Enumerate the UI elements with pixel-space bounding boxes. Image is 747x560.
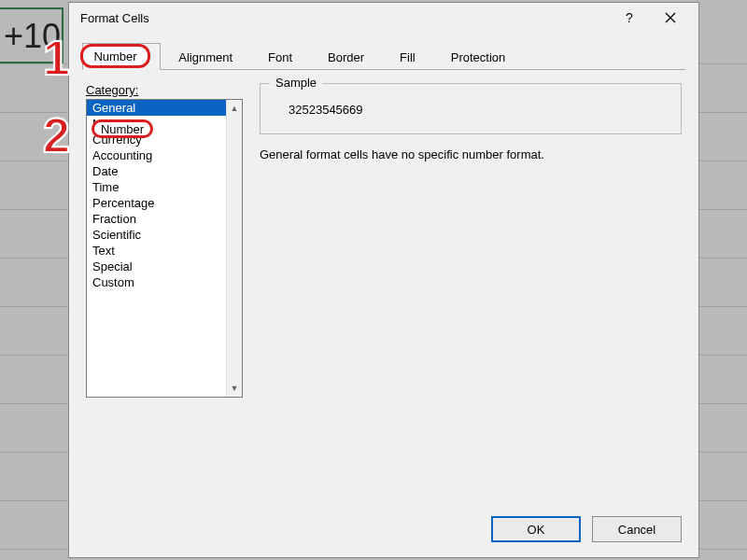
close-icon [665, 12, 676, 23]
category-percentage[interactable]: Percentage [87, 195, 226, 211]
annotation-callout-2: 2 Number [43, 107, 72, 163]
dialog-body: Category: General Number Currency Accoun… [69, 70, 698, 411]
dialog-titlebar: Format Cells ? [69, 3, 698, 33]
format-cells-dialog: Format Cells ? Number Alignment Font Bor… [68, 2, 699, 558]
annotation-number-2: 2 [43, 107, 70, 163]
category-fraction[interactable]: Fraction [87, 211, 226, 227]
category-custom[interactable]: Custom [87, 274, 226, 290]
tab-alignment[interactable]: Alignment [161, 44, 250, 70]
sample-label: Sample [270, 76, 322, 90]
category-date[interactable]: Date [87, 163, 226, 179]
annotation-callout-1: 1 Number [43, 30, 72, 86]
category-text[interactable]: Text [87, 243, 226, 259]
listbox-scrollbar[interactable]: ▲ ▼ [226, 100, 242, 397]
category-scientific[interactable]: Scientific [87, 227, 226, 243]
cancel-button[interactable]: Cancel [592, 516, 682, 542]
tab-protection[interactable]: Protection [433, 44, 524, 70]
annotation-number-1: 1 [43, 30, 70, 86]
format-detail-column: Sample 32523545669 General format cells … [260, 83, 682, 398]
ok-button[interactable]: OK [491, 516, 581, 542]
category-accounting[interactable]: Accounting [87, 147, 226, 163]
dialog-buttons: OK Cancel [491, 516, 682, 542]
format-description: General format cells have no specific nu… [260, 147, 682, 161]
close-button[interactable] [650, 5, 691, 31]
category-special[interactable]: Special [87, 259, 226, 274]
category-label: Category: [86, 83, 243, 97]
category-list-inner: General Number Currency Accounting Date … [87, 100, 226, 397]
annotation-highlight-number-tab: Number [80, 44, 150, 68]
category-listbox[interactable]: General Number Currency Accounting Date … [86, 99, 243, 398]
tab-fill[interactable]: Fill [382, 44, 433, 70]
tab-border[interactable]: Border [310, 44, 382, 70]
scroll-up-icon[interactable]: ▲ [231, 104, 239, 113]
tab-font[interactable]: Font [250, 44, 310, 70]
scroll-down-icon[interactable]: ▼ [231, 384, 239, 393]
annotation-highlight-number-category: Number [92, 119, 153, 138]
dialog-title: Format Cells [80, 11, 609, 25]
category-general[interactable]: General [87, 100, 226, 116]
help-button[interactable]: ? [609, 5, 650, 31]
category-time[interactable]: Time [87, 179, 226, 195]
dialog-tabstrip: Number Alignment Font Border Fill Protec… [82, 42, 685, 70]
sample-group: Sample 32523545669 [260, 83, 682, 134]
sample-value: 32523545669 [275, 97, 666, 117]
